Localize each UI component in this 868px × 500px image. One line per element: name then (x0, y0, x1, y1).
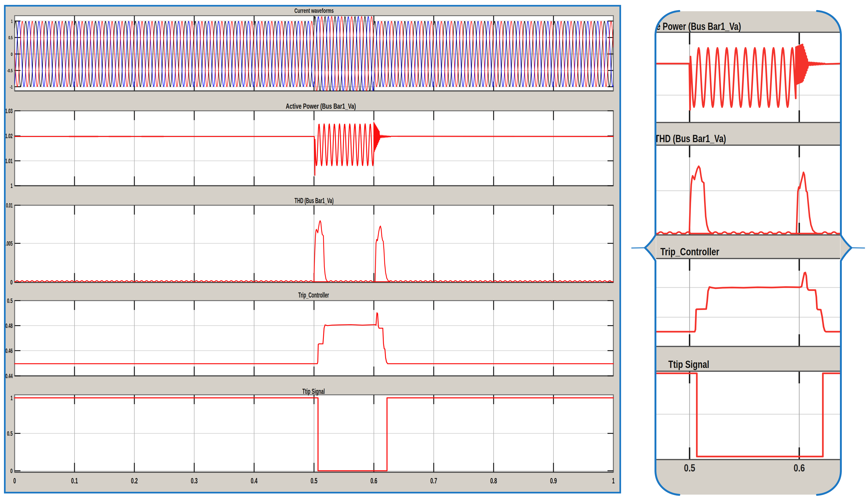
svg-text:1: 1 (11, 394, 13, 401)
svg-text:0.44: 0.44 (5, 372, 13, 379)
svg-text:1: 1 (612, 476, 615, 485)
svg-text:1: 1 (11, 19, 13, 24)
svg-text:1: 1 (11, 182, 13, 189)
svg-text:1.01: 1.01 (5, 157, 13, 164)
svg-text:Trip_Controller: Trip_Controller (298, 291, 329, 299)
svg-text:0.5: 0.5 (7, 297, 13, 304)
svg-text:Current waveforms: Current waveforms (294, 7, 334, 14)
svg-text:Active Power (Bus Bar1_Va): Active Power (Bus Bar1_Va) (286, 102, 356, 110)
svg-text:0.5: 0.5 (9, 35, 13, 40)
svg-text:Ttip Signal: Ttip Signal (668, 359, 709, 370)
svg-text:0: 0 (11, 52, 13, 57)
svg-text:0.9: 0.9 (550, 476, 557, 485)
svg-text:0.46: 0.46 (5, 347, 13, 354)
svg-text:-0.5: -0.5 (7, 68, 13, 73)
svg-text:Trip_Controller: Trip_Controller (660, 246, 719, 258)
svg-text:0.7: 0.7 (430, 476, 437, 485)
svg-text:0.1: 0.1 (71, 476, 78, 485)
svg-text:0: 0 (13, 476, 16, 485)
svg-text:0.6: 0.6 (370, 476, 377, 485)
svg-text:1.03: 1.03 (5, 107, 13, 115)
svg-text:0: 0 (10, 279, 13, 286)
svg-text:e Power (Bus Bar1_Va): e Power (Bus Bar1_Va) (656, 20, 741, 32)
svg-text:0.8: 0.8 (490, 476, 497, 485)
svg-text:1.02: 1.02 (5, 132, 13, 139)
svg-text:0.5: 0.5 (7, 430, 13, 437)
svg-text:Ttip Signal: Ttip Signal (302, 387, 325, 396)
svg-text:0.3: 0.3 (191, 476, 198, 485)
svg-text:0.4: 0.4 (251, 476, 258, 485)
svg-text:0.5: 0.5 (311, 476, 317, 485)
svg-text:-1: -1 (10, 84, 13, 90)
svg-text:0.6: 0.6 (794, 462, 805, 474)
svg-text:0: 0 (10, 467, 13, 475)
svg-text:THD (Bus Bar1_Va): THD (Bus Bar1_Va) (295, 196, 334, 205)
svg-text:0.5: 0.5 (684, 462, 695, 474)
svg-text:0.01: 0.01 (6, 202, 13, 209)
svg-text:0.2: 0.2 (131, 476, 138, 485)
svg-text:THD (Bus Bar1_Va): THD (Bus Bar1_Va) (654, 133, 726, 145)
svg-text:0.48: 0.48 (5, 322, 13, 329)
